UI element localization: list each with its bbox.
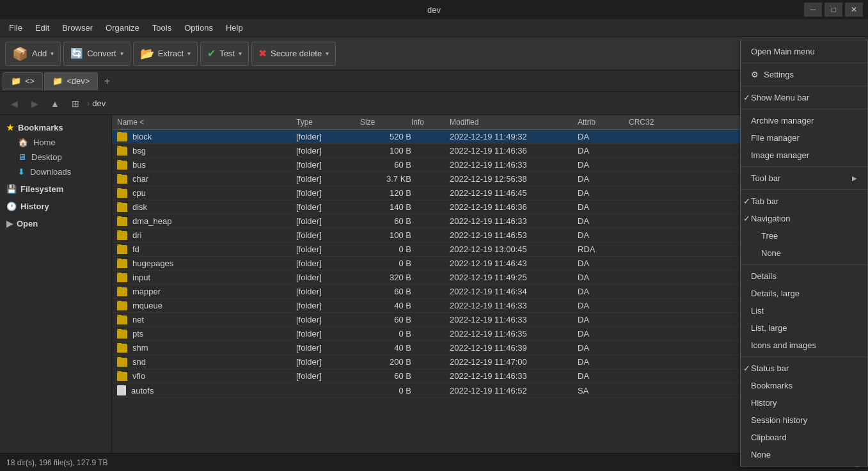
ctx-file-manager[interactable]: File manager <box>741 129 867 147</box>
forward-button[interactable]: ▶ <box>26 95 43 112</box>
file-modified: 2022-12-19 11:47:00 <box>450 357 578 367</box>
extract-label: Extract <box>158 49 184 58</box>
folder-icon <box>117 372 127 381</box>
ctx-sep-7 <box>741 356 867 357</box>
tab-add-button[interactable]: + <box>99 74 114 89</box>
col-name[interactable]: Name < <box>117 118 296 127</box>
file-name-cell: char <box>117 174 296 184</box>
col-crc32[interactable]: CRC32 <box>629 118 680 127</box>
path-current: dev <box>92 99 106 108</box>
folder-icon <box>117 132 127 141</box>
file-modified: 2022-12-19 11:46:33 <box>450 315 578 324</box>
ctx-bookmarks[interactable]: Bookmarks <box>741 377 867 394</box>
file-attrib: DA <box>578 230 629 240</box>
ctx-tabbar[interactable]: Tab bar <box>741 193 867 210</box>
file-attrib: DA <box>578 132 629 141</box>
close-button[interactable]: ✕ <box>845 3 863 17</box>
menu-browser[interactable]: Browser <box>56 20 99 35</box>
file-attrib: DA <box>578 160 629 170</box>
sidebar-group-filesystem[interactable]: 💾 Filesystem <box>0 182 111 196</box>
col-attrib[interactable]: Attrib <box>578 118 629 127</box>
ctx-toolbar[interactable]: Tool bar <box>741 170 867 187</box>
test-arrow-icon: ▾ <box>239 50 242 57</box>
col-info[interactable]: Info <box>411 118 450 127</box>
convert-button[interactable]: 🔄 Convert ▾ <box>63 42 130 66</box>
sidebar-group-open[interactable]: ▶ Open <box>0 216 111 231</box>
file-type: [folder] <box>296 273 360 282</box>
sidebar-group-history[interactable]: 🕐 History <box>0 199 111 214</box>
file-type: [folder] <box>296 244 360 254</box>
ctx-list-large[interactable]: List, large <box>741 319 867 337</box>
bookmarks-label: Bookmarks <box>18 123 63 132</box>
menu-organize[interactable]: Organize <box>99 20 146 35</box>
test-button[interactable]: ✔ Test ▾ <box>200 42 249 66</box>
ctx-sep-4 <box>741 166 867 167</box>
file-size: 60 B <box>360 371 411 381</box>
ctx-history[interactable]: History <box>741 394 867 411</box>
open-icon: ▶ <box>6 219 13 228</box>
file-name-cell: input <box>117 273 296 282</box>
tabbar: 📁 <> 📁 <dev> + <box>0 70 868 92</box>
tab-2-folder-icon: 📁 <box>52 76 63 86</box>
tab-1[interactable]: 📁 <> <box>3 72 43 90</box>
ctx-settings[interactable]: ⚙ Settings <box>741 66 867 83</box>
test-label: Test <box>219 49 235 58</box>
extract-button[interactable]: 📂 Extract ▾ <box>133 42 198 66</box>
file-name-cell: dri <box>117 230 296 240</box>
file-name-text: bsg <box>132 146 146 156</box>
tab-2[interactable]: 📁 <dev> <box>44 72 98 90</box>
sidebar-item-home[interactable]: 🏠 Home <box>0 135 111 150</box>
add-label: Add <box>32 49 47 58</box>
ctx-show-menubar[interactable]: Show Menu bar <box>741 89 867 106</box>
file-name-text: bus <box>132 160 146 170</box>
ctx-navigation[interactable]: Navigation <box>741 210 867 227</box>
ctx-list[interactable]: List <box>741 302 867 319</box>
path-display: › dev <box>87 99 106 108</box>
col-type[interactable]: Type <box>296 118 360 127</box>
menu-edit[interactable]: Edit <box>29 20 56 35</box>
ctx-sep-1 <box>741 63 867 63</box>
ctx-clipboard[interactable]: Clipboard <box>741 429 867 446</box>
ctx-details[interactable]: Details <box>741 267 867 285</box>
file-name-cell: cpu <box>117 188 296 198</box>
sidebar-item-desktop[interactable]: 🖥 Desktop <box>0 150 111 164</box>
minimize-button[interactable]: ─ <box>804 3 822 17</box>
col-modified[interactable]: Modified <box>450 118 578 127</box>
secure-delete-button[interactable]: ✖ Secure delete ▾ <box>251 42 336 66</box>
ctx-session-history[interactable]: Session history <box>741 411 867 429</box>
file-modified: 2022-12-19 11:46:33 <box>450 301 578 310</box>
ctx-open-main-menu[interactable]: Open Main menu <box>741 43 867 60</box>
file-name-text: dri <box>132 230 141 240</box>
ctx-image-manager[interactable]: Image manager <box>741 147 867 164</box>
ctx-none-2[interactable]: None <box>741 446 867 463</box>
maximize-button[interactable]: □ <box>825 3 842 17</box>
col-size[interactable]: Size <box>360 118 411 127</box>
ctx-sep-6 <box>741 264 867 265</box>
history-label: History <box>20 202 49 211</box>
add-button[interactable]: 📦 Add ▾ <box>5 42 61 66</box>
up-button[interactable]: ▲ <box>46 95 64 112</box>
ctx-details-large[interactable]: Details, large <box>741 285 867 302</box>
ctx-archive-manager[interactable]: Archive manager <box>741 112 867 129</box>
menu-file[interactable]: File <box>3 20 29 35</box>
menu-help[interactable]: Help <box>219 20 249 35</box>
tab-2-label: <dev> <box>67 76 90 86</box>
ctx-statusbar[interactable]: Status bar <box>741 360 867 377</box>
file-modified: 2022-12-19 11:46:33 <box>450 160 578 170</box>
file-name-text: autofs <box>131 386 154 395</box>
ctx-tree[interactable]: Tree <box>741 227 867 244</box>
window-controls: ─ □ ✕ <box>804 3 863 17</box>
menu-options[interactable]: Options <box>178 20 219 35</box>
file-modified: 2022-12-19 11:46:33 <box>450 216 578 226</box>
ctx-icons-images[interactable]: Icons and images <box>741 337 867 354</box>
folder-icon <box>117 358 127 367</box>
menu-tools[interactable]: Tools <box>146 20 178 35</box>
sidebar-item-downloads[interactable]: ⬇ Downloads <box>0 164 111 179</box>
back-button[interactable]: ◀ <box>5 95 23 112</box>
sidebar-group-bookmarks[interactable]: ★ Bookmarks <box>0 120 111 135</box>
ctx-none-1[interactable]: None <box>741 244 867 262</box>
file-size: 3.7 KB <box>360 174 411 184</box>
file-type: [folder] <box>296 188 360 198</box>
view-button[interactable]: ⊞ <box>67 95 84 112</box>
file-type: [folder] <box>296 315 360 324</box>
